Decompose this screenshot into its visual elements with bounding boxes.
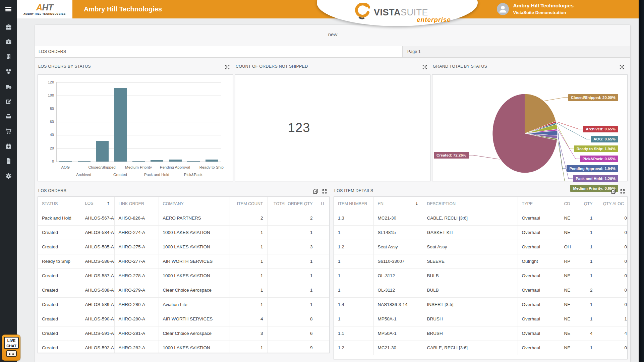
- table-cell: BRUSH: [423, 312, 518, 326]
- sidebar-item-toolbox[interactable]: [0, 36, 17, 48]
- table-cell: [317, 326, 330, 341]
- table-row[interactable]: 1.2MC21-30CABLE, RECLI [3:6]OverhaulNE10: [334, 341, 628, 355]
- table-cell: Overhaul: [518, 211, 560, 225]
- tab-los-orders[interactable]: LOS ORDERS: [35, 46, 402, 57]
- column-header-cd[interactable]: CD: [560, 197, 577, 211]
- sidebar-item-edit[interactable]: [0, 96, 17, 107]
- sidebar-item-cart[interactable]: [0, 126, 17, 137]
- column-header-item-count[interactable]: ITEM COUNT: [230, 197, 267, 211]
- user-name: Ambry Hill Technologies: [513, 3, 574, 9]
- table-cell: NE: [560, 312, 577, 326]
- category-label: Ready to Ship: [188, 165, 235, 169]
- table-cell: AHLOS-586-A: [81, 254, 114, 268]
- table-cell: AIR WORTH SERVICES: [159, 312, 230, 326]
- table-row[interactable]: 1S6110-33007SLEEVEOutrightRP10: [334, 254, 628, 268]
- table-row[interactable]: CreatedAHLOS-592-AAHRO-282-A1000 LAKES A…: [38, 341, 330, 353]
- column-header-type[interactable]: TYPE: [518, 197, 560, 211]
- table-cell: 1.2: [334, 240, 373, 254]
- table-row[interactable]: Ready to ShipAHLOS-586-AAHRO-277-AAIR WO…: [38, 254, 330, 268]
- table-row[interactable]: Pack and HoldAHLOS-567-AAHSO-826-AAERO P…: [38, 211, 330, 225]
- column-header-item-number[interactable]: ITEM NUMBER: [334, 197, 373, 211]
- sidebar-item-truck[interactable]: [0, 81, 17, 92]
- column-header-status[interactable]: STATUS: [38, 197, 81, 211]
- table-row[interactable]: CreatedAHLOS-590-AAHRO-280-AAIR WORTH SE…: [38, 312, 330, 326]
- table-cell: CABLE, RECLI [3:6]: [423, 341, 518, 355]
- column-header-los[interactable]: LOS↑: [81, 197, 114, 211]
- sidebar-item-register[interactable]: [0, 111, 17, 122]
- y-tick-label: 80: [39, 107, 54, 111]
- live-chat-button[interactable]: LIVECHAT: [2, 335, 20, 361]
- select-records-icon[interactable]: [611, 189, 616, 195]
- column-header-qty[interactable]: QTY: [577, 197, 597, 211]
- pie-callout-line: [558, 133, 566, 169]
- expand-icon[interactable]: [422, 65, 427, 71]
- panel-count-not-shipped: COUNT OF ORDERS NOT SHIPPED 123: [235, 64, 430, 181]
- table-row[interactable]: 1.4NAS1836-3-14INSERT [3:5]OverhaulNE10: [334, 297, 628, 312]
- table-cell: SLEEVE: [423, 254, 518, 268]
- table-row[interactable]: 1.3MC21-30CABLE, RECLI [3:6]OverhaulNE10: [334, 211, 628, 225]
- table-cell: 0: [597, 211, 628, 225]
- table-row[interactable]: CreatedAHLOS-585-AAHRO-275-A1000 LAKES A…: [38, 240, 330, 254]
- expand-icon[interactable]: [225, 65, 230, 71]
- table-row[interactable]: CreatedAHLOS-588-AAHRO-279-AClear Choice…: [38, 283, 330, 297]
- table-row[interactable]: 1SL14815GASKET KITOverhaulNE10: [334, 225, 628, 240]
- app-title: Ambry Hill Technologies: [84, 0, 162, 18]
- table-cell: 1: [230, 240, 267, 254]
- bar-Pick&Pack: [187, 161, 200, 162]
- table-row[interactable]: 1.1MP50A-1BRUSHOverhaulNE44: [334, 326, 628, 341]
- user-menu[interactable]: Ambry Hill Technologies VistaSuite Demon…: [497, 3, 574, 15]
- table-cell: 1: [267, 283, 317, 297]
- sidebar-item-settings[interactable]: [0, 170, 17, 182]
- sidebar-item-briefcase[interactable]: [0, 21, 17, 33]
- bar-AOG: [59, 161, 72, 162]
- company-logo[interactable]: AHT AMBRY HILL TECHNOLOGIES: [17, 0, 72, 18]
- avatar: [497, 3, 509, 15]
- sidebar-item-calendar-plus[interactable]: [0, 140, 17, 152]
- sidebar-item-building[interactable]: [0, 51, 17, 62]
- select-records-icon[interactable]: [313, 189, 318, 195]
- table-row[interactable]: CreatedAHLOS-587-AAHRO-278-A1000 LAKES A…: [38, 268, 330, 283]
- table-row[interactable]: 1.2Seat AssySeat AssyOverhaulOH10: [334, 240, 628, 254]
- tab-page-1[interactable]: Page 1: [402, 46, 630, 57]
- table-cell: [317, 268, 330, 283]
- column-header-company[interactable]: COMPANY: [159, 197, 230, 211]
- bar-Pending Approval: [169, 160, 182, 162]
- table-cell: AHLOS-590-A: [81, 312, 114, 326]
- column-header-total-order-qty[interactable]: TOTAL ORDER QTY: [267, 197, 317, 211]
- table-cell: 0: [597, 254, 628, 268]
- table-cell: AHRO-275-A: [114, 240, 159, 254]
- column-header-pn[interactable]: PN↓: [373, 197, 423, 211]
- table-row[interactable]: 1MP50A-1BRUSHOverhaulNE11: [334, 312, 628, 326]
- table-row[interactable]: CreatedAHLOS-584-AAHRO-274-A1000 LAKES A…: [38, 225, 330, 240]
- table-cell: Created: [38, 297, 81, 312]
- table-row[interactable]: CreatedAHLOS-591-AAHRO-281-AClear Choice…: [38, 326, 330, 341]
- table-cell: AHLOS-587-A: [81, 268, 114, 283]
- pie-callout-line: [544, 98, 568, 101]
- menu-button[interactable]: [0, 0, 17, 18]
- bar-chart-plot: 020406080100120: [56, 82, 221, 162]
- table-cell: 1: [334, 268, 373, 283]
- table-cell: AHRO-274-A: [114, 225, 159, 240]
- table-row[interactable]: 1OL-3112BULBOverhaulNE10: [334, 268, 628, 283]
- table-cell: SL14815: [373, 225, 423, 240]
- table-row[interactable]: CreatedAHLOS-589-AAHRO-280-AAviation Lit…: [38, 297, 330, 312]
- column-header-u[interactable]: U: [317, 197, 330, 211]
- table-cell: 2: [267, 211, 317, 225]
- table-row[interactable]: 1OL-3112BULBOverhaulNE20: [334, 283, 628, 297]
- expand-icon[interactable]: [620, 65, 624, 71]
- table-cell: AIR WORTH SERVICES: [159, 254, 230, 268]
- column-header-description[interactable]: DESCRIPTION: [423, 197, 518, 211]
- table-cell: NAS1836-3-14: [373, 297, 423, 312]
- table-cell: 3: [267, 240, 317, 254]
- sidebar-item-document[interactable]: [0, 156, 17, 167]
- column-header-link-order[interactable]: LINK ORDER: [114, 197, 159, 211]
- expand-icon[interactable]: [322, 189, 327, 195]
- table-cell: Overhaul: [518, 312, 560, 326]
- table-cell: INSERT [3:5]: [423, 297, 518, 312]
- logo-monogram: AHT: [36, 3, 53, 12]
- column-header-qty-aloc[interactable]: QTY ALOC: [597, 197, 628, 211]
- dashboard-card: new LOS ORDERS Page 1 LOS ORDERS BY STAT…: [35, 25, 630, 362]
- table-cell: 0: [597, 297, 628, 312]
- expand-icon[interactable]: [620, 189, 625, 195]
- sidebar-item-parts[interactable]: [0, 66, 17, 77]
